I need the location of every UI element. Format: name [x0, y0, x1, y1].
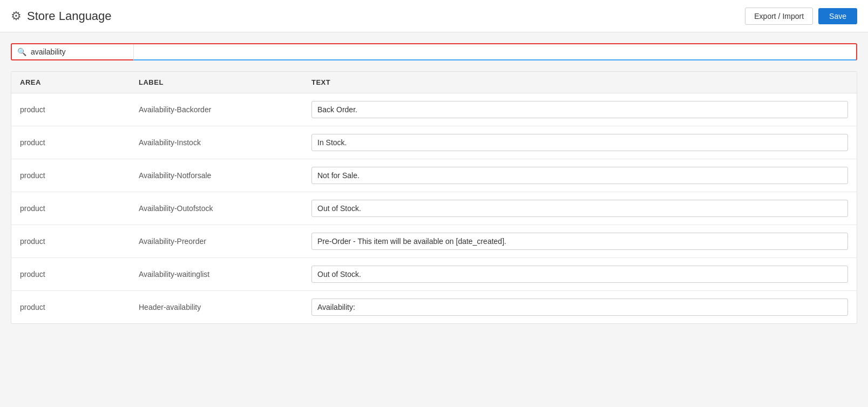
table-row: product Availability-Preorder	[11, 225, 857, 258]
table-body: product Availability-Backorder product A…	[11, 93, 857, 324]
header-left: ⚙ Store Language	[11, 9, 112, 23]
text-input-5[interactable]	[311, 266, 848, 283]
table-row: product Availability-Notforsale	[11, 159, 857, 192]
table-header: AREA LABEL TEXT	[11, 72, 857, 93]
language-table-container: AREA LABEL TEXT product Availability-Bac…	[11, 71, 857, 324]
cell-area: product	[11, 93, 130, 126]
text-input-1[interactable]	[311, 134, 848, 151]
cell-area: product	[11, 126, 130, 159]
text-input-4[interactable]	[311, 233, 848, 250]
search-input[interactable]	[31, 48, 128, 56]
main-content: 🔍 AREA LABEL TEXT product Availability-B…	[0, 32, 868, 335]
search-bar-wrapper: 🔍	[11, 43, 857, 60]
export-import-button[interactable]: Export / Import	[745, 8, 813, 25]
table-row: product Header-availability	[11, 291, 857, 324]
cell-text	[303, 93, 857, 126]
cell-area: product	[11, 258, 130, 291]
cell-area: product	[11, 159, 130, 192]
table-row: product Availability-Instock	[11, 126, 857, 159]
text-input-0[interactable]	[311, 101, 848, 118]
cell-label: Availability-Preorder	[130, 225, 303, 258]
cell-label: Header-availability	[130, 291, 303, 324]
column-area: AREA	[11, 72, 130, 93]
table-row: product Availability-waitinglist	[11, 258, 857, 291]
gear-icon: ⚙	[11, 9, 22, 23]
search-icon: 🔍	[17, 48, 26, 56]
cell-text	[303, 159, 857, 192]
search-left: 🔍	[12, 44, 133, 59]
text-input-3[interactable]	[311, 200, 848, 217]
cell-area: product	[11, 291, 130, 324]
search-right-extension	[133, 44, 856, 60]
table-row: product Availability-Outofstock	[11, 192, 857, 225]
page-header: ⚙ Store Language Export / Import Save	[0, 0, 868, 32]
cell-label: Availability-waitinglist	[130, 258, 303, 291]
language-table: AREA LABEL TEXT product Availability-Bac…	[11, 72, 857, 323]
cell-text	[303, 126, 857, 159]
save-button[interactable]: Save	[818, 8, 857, 24]
cell-text	[303, 192, 857, 225]
cell-text	[303, 225, 857, 258]
cell-label: Availability-Notforsale	[130, 159, 303, 192]
cell-label: Availability-Outofstock	[130, 192, 303, 225]
column-label: LABEL	[130, 72, 303, 93]
cell-text	[303, 291, 857, 324]
text-input-6[interactable]	[311, 299, 848, 316]
header-right: Export / Import Save	[745, 8, 857, 25]
text-input-2[interactable]	[311, 167, 848, 184]
cell-area: product	[11, 192, 130, 225]
search-extension-input[interactable]	[134, 44, 856, 59]
cell-area: product	[11, 225, 130, 258]
page-title: Store Language	[27, 9, 112, 23]
column-text: TEXT	[303, 72, 857, 93]
cell-label: Availability-Backorder	[130, 93, 303, 126]
table-row: product Availability-Backorder	[11, 93, 857, 126]
cell-label: Availability-Instock	[130, 126, 303, 159]
cell-text	[303, 258, 857, 291]
